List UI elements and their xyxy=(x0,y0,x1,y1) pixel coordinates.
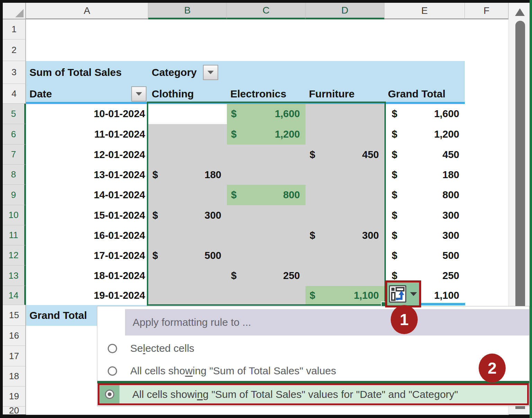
row-header-19[interactable]: 19 xyxy=(3,386,26,407)
formatting-options-dropdown-icon[interactable] xyxy=(410,292,417,296)
cell-B9[interactable] xyxy=(148,185,227,206)
row-header-5[interactable]: 5 xyxy=(3,104,26,124)
cell-F10[interactable] xyxy=(465,205,509,226)
cell-D9[interactable] xyxy=(305,185,385,206)
cell-C5[interactable]: $1,600 xyxy=(227,104,306,124)
cell-E6[interactable]: $1,200 xyxy=(384,124,465,145)
cell-F2[interactable] xyxy=(465,40,509,61)
cell-C20[interactable] xyxy=(227,407,306,415)
cell-F7[interactable] xyxy=(465,145,509,165)
cell-B12[interactable]: $500 xyxy=(148,245,227,266)
row-header-7[interactable]: 7 xyxy=(3,145,26,165)
cell-A11[interactable]: 16-01-2024 xyxy=(26,225,149,246)
column-header-A[interactable]: A xyxy=(26,3,148,19)
cell-A3[interactable]: Sum of Total Sales xyxy=(26,61,149,84)
cell-C2[interactable] xyxy=(227,40,306,61)
cell-B3[interactable]: Category xyxy=(148,61,227,84)
cell-F3[interactable] xyxy=(465,61,509,84)
row-header-8[interactable]: 8 xyxy=(3,165,26,185)
radio-all-cells-for-date-and-category[interactable] xyxy=(105,390,114,399)
cell-F9[interactable] xyxy=(465,185,509,206)
cell-C4[interactable]: Electronics xyxy=(227,84,306,104)
cell-E12[interactable]: $500 xyxy=(384,245,465,266)
menu-option-all-cells-showing-values[interactable]: All cells showing "Sum of Total Sales" v… xyxy=(97,361,529,381)
column-header-C[interactable]: C xyxy=(227,3,305,19)
cell-D11[interactable]: $300 xyxy=(305,225,385,246)
cell-E4[interactable]: Grand Total xyxy=(384,84,465,104)
cell-C14[interactable] xyxy=(227,286,306,305)
menu-option-selected-cells[interactable]: Selected cells xyxy=(97,338,529,358)
cell-F4[interactable] xyxy=(465,84,509,104)
cell-B1[interactable] xyxy=(148,19,227,40)
column-header-B[interactable]: B xyxy=(148,3,227,19)
row-header-12[interactable]: 12 xyxy=(3,245,26,265)
cell-A1[interactable] xyxy=(26,19,149,40)
cell-D10[interactable] xyxy=(305,205,385,226)
category-filter-button[interactable] xyxy=(203,65,218,80)
cell-F5[interactable] xyxy=(465,104,509,124)
column-header-D[interactable]: D xyxy=(305,3,384,19)
cell-C10[interactable] xyxy=(227,205,306,226)
cell-E2[interactable] xyxy=(384,40,465,61)
cell-A10[interactable]: 15-01-2024 xyxy=(26,205,149,226)
cell-A12[interactable]: 17-01-2024 xyxy=(26,245,149,266)
row-header-6[interactable]: 6 xyxy=(3,124,26,145)
cell-D4[interactable]: Furniture xyxy=(305,84,385,104)
cell-F20[interactable] xyxy=(465,407,509,415)
cell-D6[interactable] xyxy=(305,124,385,145)
row-header-16[interactable]: 16 xyxy=(3,326,26,346)
cell-E1[interactable] xyxy=(384,19,465,40)
cell-B7[interactable] xyxy=(148,145,227,165)
cell-A20[interactable] xyxy=(26,407,149,415)
cell-F11[interactable] xyxy=(465,225,509,246)
cell-D13[interactable] xyxy=(305,265,385,286)
row-header-4[interactable]: 4 xyxy=(3,84,26,104)
cell-B20[interactable] xyxy=(148,407,227,415)
row-header-14[interactable]: 14 xyxy=(3,286,26,305)
cell-C13[interactable]: $250 xyxy=(227,265,306,286)
cell-A14[interactable]: 19-01-2024 xyxy=(26,286,149,305)
row-header-15[interactable]: 15 xyxy=(3,305,26,326)
cell-F6[interactable] xyxy=(465,124,509,145)
cell-A13[interactable]: 18-01-2024 xyxy=(26,265,149,286)
menu-option-all-cells-for-date-and-category[interactable]: All cells showing "Sum of Total Sales" v… xyxy=(119,385,527,403)
cell-E8[interactable]: $180 xyxy=(384,165,465,185)
cell-D12[interactable] xyxy=(305,245,385,266)
cell-C9[interactable]: $800 xyxy=(227,185,306,206)
row-header-20[interactable]: 20 xyxy=(3,407,26,415)
row-header-18[interactable]: 18 xyxy=(3,366,26,386)
cell-F13[interactable] xyxy=(465,265,509,286)
cell-D7[interactable]: $450 xyxy=(305,145,385,165)
cell-D1[interactable] xyxy=(305,19,385,40)
cell-A7[interactable]: 12-01-2024 xyxy=(26,145,149,165)
column-header-F[interactable]: F xyxy=(465,3,508,19)
cell-E7[interactable]: $450 xyxy=(384,145,465,165)
cell-C7[interactable] xyxy=(227,145,306,165)
cell-F14[interactable] xyxy=(465,286,509,305)
cell-F8[interactable] xyxy=(465,165,509,185)
cell-A8[interactable]: 13-01-2024 xyxy=(26,165,149,185)
date-filter-button[interactable] xyxy=(131,86,147,102)
cell-A5[interactable]: 10-01-2024 xyxy=(26,104,149,124)
formatting-options-button[interactable] xyxy=(389,285,406,303)
cell-B10[interactable]: $300 xyxy=(148,205,227,226)
radio-all-cells-showing-values[interactable] xyxy=(108,366,117,376)
cell-C6[interactable]: $1,200 xyxy=(227,124,306,145)
cell-B5[interactable] xyxy=(148,104,227,124)
cell-D20[interactable] xyxy=(305,407,385,415)
row-header-3[interactable]: 3 xyxy=(3,61,26,84)
row-header-13[interactable]: 13 xyxy=(3,265,26,286)
row-header-10[interactable]: 10 xyxy=(3,205,26,225)
cell-E5[interactable]: $1,600 xyxy=(384,104,465,124)
cell-B6[interactable] xyxy=(148,124,227,145)
cell-D8[interactable] xyxy=(305,165,385,185)
cell-C8[interactable] xyxy=(227,165,306,185)
cell-B2[interactable] xyxy=(148,40,227,61)
select-all-corner[interactable] xyxy=(3,3,26,19)
cell-E9[interactable]: $800 xyxy=(384,185,465,206)
cell-E11[interactable]: $300 xyxy=(384,225,465,246)
cell-D2[interactable] xyxy=(305,40,385,61)
cell-F12[interactable] xyxy=(465,245,509,266)
cell-B11[interactable] xyxy=(148,225,227,246)
cell-A4[interactable]: Date xyxy=(26,84,149,104)
